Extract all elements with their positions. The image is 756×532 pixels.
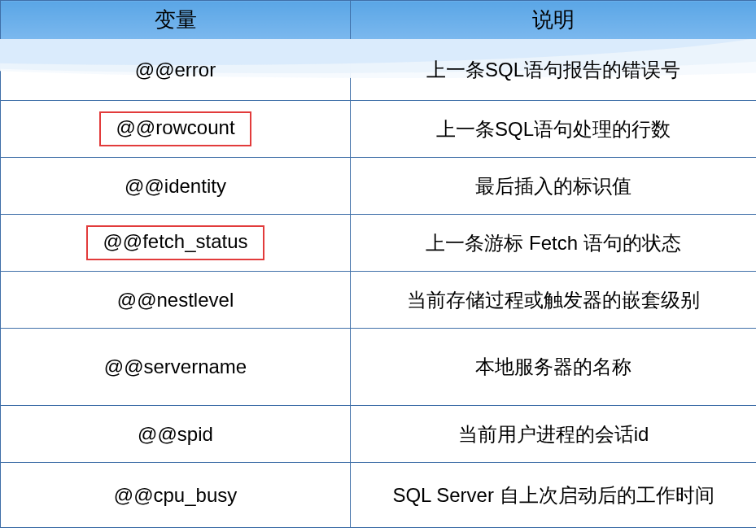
cell-variable: @@servername — [1, 329, 351, 406]
cell-variable: @@nestlevel — [1, 272, 351, 329]
cell-description: 上一条SQL语句报告的错误号 — [351, 40, 757, 101]
variable-text: @@cpu_busy — [114, 484, 237, 506]
header-variable: 变量 — [1, 1, 351, 40]
table-row: @@fetch_status 上一条游标 Fetch 语句的状态 — [1, 215, 757, 272]
variable-text: @@identity — [125, 175, 226, 197]
variable-text: @@rowcount — [116, 116, 234, 138]
highlight-box: @@rowcount — [99, 111, 251, 146]
cell-description: 当前用户进程的会话id — [351, 406, 757, 463]
table-header-row: 变量 说明 — [1, 1, 757, 40]
variable-text: @@error — [135, 59, 216, 81]
variable-text: @@spid — [138, 423, 213, 445]
table-row: @@spid 当前用户进程的会话id — [1, 406, 757, 463]
table-row: @@servername 本地服务器的名称 — [1, 329, 757, 406]
variable-text: @@fetch_status — [103, 230, 247, 252]
cell-variable: @@cpu_busy — [1, 463, 351, 528]
cell-description: 上一条游标 Fetch 语句的状态 — [351, 215, 757, 272]
page: 变量 说明 @@error 上一条SQL语句报告的错误号 @@rowcount … — [0, 0, 756, 532]
cell-variable: @@rowcount — [1, 101, 351, 158]
table-row: @@identity 最后插入的标识值 — [1, 158, 757, 215]
variables-table: 变量 说明 @@error 上一条SQL语句报告的错误号 @@rowcount … — [0, 0, 756, 528]
cell-description: 最后插入的标识值 — [351, 158, 757, 215]
cell-description: 上一条SQL语句处理的行数 — [351, 101, 757, 158]
cell-description: SQL Server 自上次启动后的工作时间 — [351, 463, 757, 528]
table-row: @@error 上一条SQL语句报告的错误号 — [1, 40, 757, 101]
table-row: @@cpu_busy SQL Server 自上次启动后的工作时间 — [1, 463, 757, 528]
cell-variable: @@error — [1, 40, 351, 101]
cell-description: 本地服务器的名称 — [351, 329, 757, 406]
highlight-box: @@fetch_status — [86, 225, 264, 260]
table-row: @@rowcount 上一条SQL语句处理的行数 — [1, 101, 757, 158]
table-row: @@nestlevel 当前存储过程或触发器的嵌套级别 — [1, 272, 757, 329]
variable-text: @@servername — [104, 355, 247, 377]
cell-variable: @@spid — [1, 406, 351, 463]
cell-description: 当前存储过程或触发器的嵌套级别 — [351, 272, 757, 329]
header-description: 说明 — [351, 1, 757, 40]
variable-text: @@nestlevel — [117, 289, 234, 311]
cell-variable: @@fetch_status — [1, 215, 351, 272]
cell-variable: @@identity — [1, 158, 351, 215]
